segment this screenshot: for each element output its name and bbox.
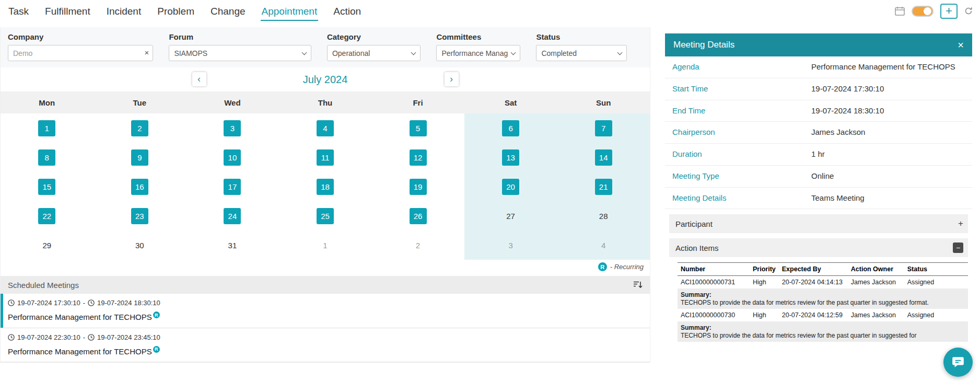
calendar-day-25[interactable]: 25: [317, 208, 334, 224]
calendar-day-16[interactable]: 16: [131, 179, 148, 195]
nav-tab-fulfillment[interactable]: Fulfillment: [44, 2, 91, 21]
calendar-day-21[interactable]: 21: [595, 179, 612, 195]
calendar-cell: 3: [464, 230, 557, 260]
action-priority: High: [750, 276, 779, 289]
expand-icon[interactable]: +: [958, 218, 963, 229]
calendar-day-31[interactable]: 31: [224, 237, 241, 253]
calendar-day-2: 2: [410, 237, 427, 253]
calendar-cell: 11: [279, 143, 372, 172]
calendar-day-3: 3: [502, 237, 519, 253]
nav-tab-incident[interactable]: Incident: [106, 2, 143, 21]
action-expected-by: 20-07-2024 04:14:13: [779, 276, 848, 289]
collapse-icon[interactable]: −: [953, 243, 963, 253]
meeting-list: 19-07-2024 17:30:10 - 19-07-2024 18:30:1…: [1, 294, 650, 362]
calendar-day-2[interactable]: 2: [131, 120, 148, 136]
calendar-day-11[interactable]: 11: [317, 149, 334, 166]
calendar-day-15[interactable]: 15: [38, 179, 55, 195]
chevron-down-icon: [617, 50, 623, 55]
calendar-day-29[interactable]: 29: [38, 237, 55, 253]
calendar-day-1[interactable]: 1: [38, 120, 55, 136]
calendar-day-13[interactable]: 13: [502, 149, 519, 166]
calendar-day-23[interactable]: 23: [131, 208, 148, 224]
detail-field-label: Chairperson: [672, 128, 811, 137]
meeting-time: 19-07-2024 17:30:10 - 19-07-2024 18:30:1…: [8, 299, 643, 307]
summary-label: Summary:: [681, 291, 965, 298]
nav-tab-problem[interactable]: Problem: [156, 2, 195, 21]
calendar-cell: 27: [464, 201, 557, 230]
calendar-dayname-mon: Mon: [1, 91, 94, 113]
calendar-day-9[interactable]: 9: [131, 149, 148, 166]
calendar-day-22[interactable]: 22: [38, 208, 55, 224]
time-separator: -: [83, 333, 85, 341]
detail-field-value: 1 hr: [811, 149, 825, 159]
meeting-details-fields: Agenda Performance Management for TECHOP…: [665, 56, 972, 209]
calendar-day-3[interactable]: 3: [224, 120, 241, 136]
category-select[interactable]: Operational: [327, 45, 421, 61]
action-col-number: Number: [678, 263, 750, 276]
meeting-list-item[interactable]: 19-07-2024 17:30:10 - 19-07-2024 18:30:1…: [1, 294, 650, 328]
nav-tab-task[interactable]: Task: [7, 2, 30, 21]
chat-bubble-icon: [951, 355, 965, 369]
meeting-details-title: Meeting Details: [673, 40, 734, 50]
calendar-day-20[interactable]: 20: [502, 179, 519, 195]
status-select[interactable]: Completed: [536, 45, 627, 61]
detail-field: Duration 1 hr: [665, 144, 972, 166]
company-input[interactable]: [8, 45, 153, 61]
action-owner: James Jackson: [848, 276, 904, 289]
chat-button[interactable]: [943, 348, 973, 377]
calendar-day-14[interactable]: 14: [595, 149, 612, 166]
calendar-day-10[interactable]: 10: [224, 149, 241, 166]
calendar-day-6[interactable]: 6: [502, 120, 519, 136]
calendar-day-8[interactable]: 8: [38, 149, 55, 166]
calendar-day-7[interactable]: 7: [595, 120, 612, 136]
calendar-day-4: 4: [595, 237, 612, 253]
forum-select[interactable]: SIAMOPS: [169, 45, 311, 61]
calendar-cell: 8: [1, 143, 94, 172]
calendar-day-27[interactable]: 27: [502, 208, 519, 224]
action-number: ACI100000000730: [678, 309, 750, 321]
calendar-day-4[interactable]: 4: [317, 120, 334, 136]
nav-tab-appointment[interactable]: Appointment: [261, 2, 319, 21]
meeting-start-time: 19-07-2024 22:30:10: [17, 333, 80, 341]
nav-tab-change[interactable]: Change: [209, 2, 247, 21]
clear-company-icon[interactable]: ×: [145, 49, 149, 56]
calendar-cell: 31: [186, 230, 279, 260]
participant-section-header[interactable]: Participant +: [669, 214, 968, 233]
detail-field-label: Agenda: [672, 62, 811, 72]
recurring-legend: R - Recurring: [1, 260, 650, 276]
filter-status: Status Completed: [536, 32, 627, 61]
calendar-cell: 28: [557, 201, 650, 230]
committees-select[interactable]: Performance Manag: [436, 45, 520, 61]
calendar-day-5[interactable]: 5: [410, 120, 427, 136]
calendar-day-24[interactable]: 24: [224, 208, 241, 224]
refresh-icon[interactable]: [964, 7, 973, 15]
action-item-row: ACI100000000731 High 20-07-2024 04:14:13…: [678, 276, 968, 289]
calendar-day-28[interactable]: 28: [595, 208, 612, 224]
meeting-details-panel: Meeting Details × Agenda Performance Man…: [665, 33, 972, 363]
calendar-day-17[interactable]: 17: [224, 179, 241, 195]
calendar-day-19[interactable]: 19: [410, 179, 427, 195]
nav-tab-action[interactable]: Action: [332, 2, 362, 21]
calendar-day-12[interactable]: 12: [410, 149, 427, 166]
action-col-expected-by: Expected By: [779, 263, 848, 276]
calendar-icon[interactable]: [895, 6, 905, 16]
next-month-button[interactable]: ›: [445, 72, 459, 86]
meeting-list-item[interactable]: 19-07-2024 22:30:10 - 19-07-2024 23:45:1…: [1, 328, 650, 363]
add-appointment-button[interactable]: +: [940, 4, 958, 19]
participant-title: Participant: [675, 220, 713, 228]
calendar-cell: 17: [186, 172, 279, 201]
view-toggle[interactable]: [912, 6, 934, 17]
detail-field-value: Performance Management for TECHOPS: [811, 62, 955, 72]
prev-month-button[interactable]: ‹: [192, 72, 206, 86]
calendar-day-26[interactable]: 26: [410, 208, 427, 224]
clock-icon: [88, 334, 95, 341]
calendar-cell: 16: [94, 172, 186, 201]
calendar-cell: 20: [464, 172, 557, 201]
calendar-day-18[interactable]: 18: [317, 179, 334, 195]
calendar-dayname-fri: Fri: [371, 91, 464, 113]
action-items-section-header[interactable]: Action Items −: [669, 238, 968, 257]
close-icon[interactable]: ×: [958, 39, 964, 51]
calendar-day-30[interactable]: 30: [131, 237, 148, 253]
sort-icon[interactable]: [633, 281, 643, 289]
calendar-cell: 7: [557, 113, 650, 143]
